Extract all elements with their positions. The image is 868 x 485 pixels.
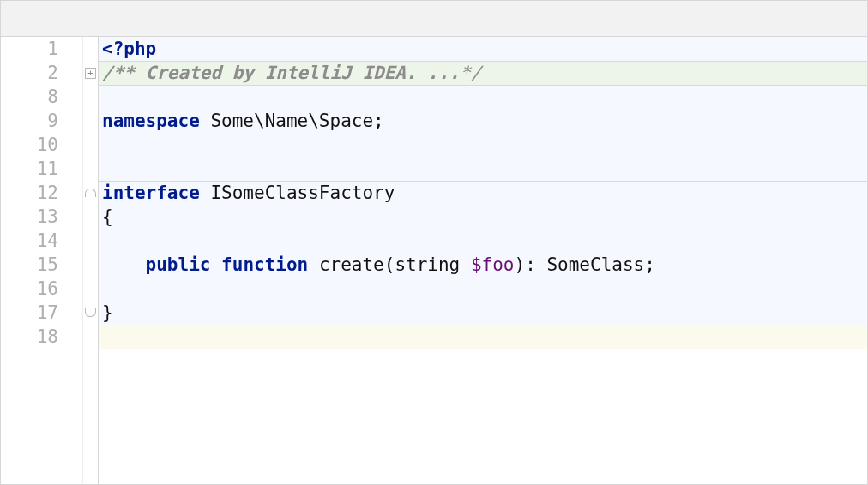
code-token: ): SomeClass;: [514, 254, 654, 275]
line-gutter[interactable]: 1289101112131415161718: [1, 37, 83, 484]
code-editor: 1289101112131415161718 + <?php/** Create…: [0, 0, 868, 485]
fold-region-end-icon[interactable]: [85, 308, 96, 317]
breadcrumb-bar: [1, 1, 867, 37]
code-line[interactable]: }: [99, 301, 867, 325]
line-number[interactable]: 16: [1, 277, 82, 301]
code-token: Some\Name\Space;: [200, 111, 384, 131]
code-token: public: [146, 254, 211, 275]
code-empty-area[interactable]: [99, 349, 867, 484]
line-number[interactable]: 10: [1, 133, 82, 157]
line-number[interactable]: 11: [1, 157, 82, 181]
code-token: [210, 254, 221, 275]
fold-cell: [83, 109, 98, 133]
fold-cell: [83, 133, 98, 157]
code-token: <?php: [102, 39, 156, 59]
line-number[interactable]: 17: [1, 301, 82, 325]
fold-cell: [83, 253, 98, 277]
code-line[interactable]: [99, 325, 867, 349]
code-line[interactable]: <?php: [99, 37, 867, 61]
line-number[interactable]: 12: [1, 181, 82, 205]
fold-region-start-icon[interactable]: [85, 189, 96, 197]
fold-cell: [83, 277, 98, 301]
fold-column[interactable]: +: [83, 37, 99, 484]
fold-cell: [83, 37, 98, 61]
code-area[interactable]: <?php/** Created by IntelliJ IDEA. ...*/…: [99, 37, 867, 484]
code-line[interactable]: namespace Some\Name\Space;: [99, 109, 867, 133]
code-token: $foo: [471, 254, 515, 275]
code-token: }: [102, 302, 113, 323]
line-number[interactable]: 8: [1, 85, 82, 109]
fold-cell[interactable]: [83, 301, 98, 325]
line-number[interactable]: 13: [1, 205, 82, 229]
code-line[interactable]: [99, 85, 867, 109]
editor-main: 1289101112131415161718 + <?php/** Create…: [1, 37, 867, 484]
fold-cell: [83, 85, 98, 109]
fold-cell: [83, 205, 98, 229]
code-token: [102, 254, 146, 275]
line-number[interactable]: 18: [1, 325, 82, 349]
code-token: namespace: [102, 111, 200, 131]
code-line[interactable]: interface ISomeClassFactory: [99, 181, 867, 205]
line-number[interactable]: 14: [1, 229, 82, 253]
fold-cell[interactable]: [83, 181, 98, 205]
code-line[interactable]: public function create(string $foo): Som…: [99, 253, 867, 277]
code-line[interactable]: [99, 133, 867, 157]
fold-expand-icon[interactable]: +: [85, 68, 96, 79]
code-line[interactable]: [99, 157, 867, 181]
code-line[interactable]: [99, 229, 867, 253]
line-number[interactable]: 2: [1, 61, 82, 85]
code-token: /** Created by IntelliJ IDEA. ...: [102, 63, 460, 83]
fold-cell: [83, 325, 98, 349]
line-number[interactable]: 9: [1, 109, 82, 133]
code-token: interface: [102, 183, 200, 203]
line-number[interactable]: 1: [1, 37, 82, 61]
code-line[interactable]: /** Created by IntelliJ IDEA. ...*/: [99, 61, 867, 85]
code-line[interactable]: {: [99, 205, 867, 229]
fold-cell[interactable]: +: [83, 61, 98, 85]
fold-cell: [83, 229, 98, 253]
code-line[interactable]: [99, 277, 867, 301]
code-token: {: [102, 207, 113, 227]
code-token: ISomeClassFactory: [200, 183, 395, 203]
code-token: function: [221, 254, 308, 275]
fold-cell: [83, 157, 98, 181]
line-number[interactable]: 15: [1, 253, 82, 277]
code-token: */: [460, 63, 481, 83]
code-token: create(string: [308, 254, 471, 275]
